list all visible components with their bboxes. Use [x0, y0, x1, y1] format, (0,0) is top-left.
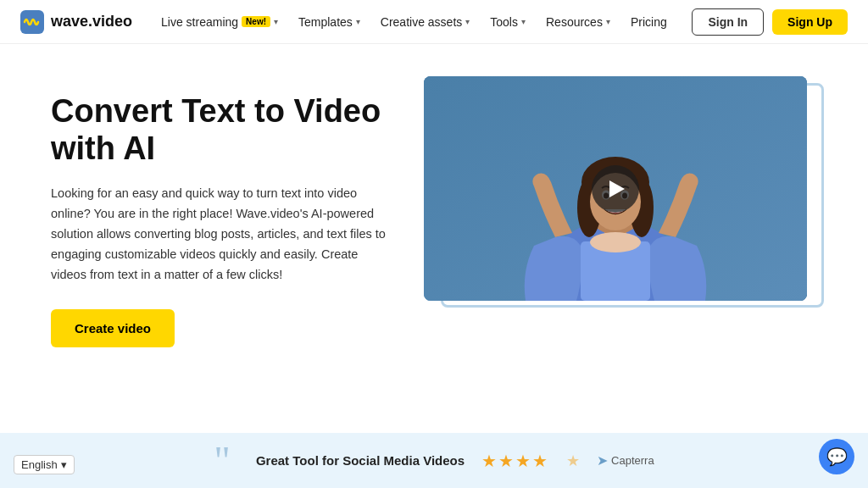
hero-text-block: Convert Text to Video with AI Looking fo…: [51, 85, 390, 347]
logo-icon: [20, 10, 44, 34]
chevron-icon: ▾: [606, 17, 610, 26]
video-preview-area: [424, 76, 817, 301]
star-rating: ★★★★: [481, 451, 549, 471]
chevron-icon: ▾: [356, 17, 360, 26]
capterra-icon: ➤: [597, 452, 608, 469]
chevron-icon: ▾: [465, 17, 470, 26]
play-button[interactable]: [592, 165, 639, 213]
language-label: English: [21, 458, 58, 471]
nav-label-tools: Tools: [490, 15, 518, 29]
chevron-icon: ▾: [521, 17, 526, 26]
logo-text: wave.video: [51, 13, 132, 30]
capterra-label: Capterra: [611, 454, 654, 467]
half-star-icon: ★: [566, 452, 580, 470]
nav-item-templates[interactable]: Templates ▾: [290, 10, 369, 34]
quote-mark-icon: ": [214, 441, 231, 481]
nav-label-templates: Templates: [298, 15, 353, 29]
chat-support-button[interactable]: 💬: [819, 439, 854, 474]
chat-icon: 💬: [826, 446, 848, 467]
nav-item-tools[interactable]: Tools ▾: [481, 10, 534, 34]
hero-description: Looking for an easy and quick way to tur…: [51, 184, 390, 286]
sign-up-button[interactable]: Sign Up: [772, 9, 848, 35]
nav-label-live-streaming: Live streaming: [161, 15, 238, 29]
header-auth-buttons: Sign In Sign Up: [692, 8, 848, 36]
create-video-button[interactable]: Create video: [51, 309, 175, 347]
chevron-down-icon: ▾: [61, 458, 67, 471]
nav-item-creative-assets[interactable]: Creative assets ▾: [372, 10, 478, 34]
main-nav: Live streaming New! ▾ Templates ▾ Creati…: [153, 10, 692, 34]
hero-title: Convert Text to Video with AI: [51, 93, 390, 167]
sign-in-button[interactable]: Sign In: [692, 8, 764, 36]
play-icon: [609, 180, 625, 197]
testimonial-heading: Great Tool for Social Media Videos: [256, 453, 465, 468]
svg-point-14: [590, 232, 641, 252]
capterra-logo: ➤ Capterra: [597, 452, 654, 469]
nav-item-live-streaming[interactable]: Live streaming New! ▾: [153, 10, 287, 34]
language-selector[interactable]: English ▾: [14, 455, 75, 474]
nav-item-pricing[interactable]: Pricing: [622, 10, 676, 34]
header: wave.video Live streaming New! ▾ Templat…: [0, 0, 868, 44]
chevron-icon: ▾: [274, 17, 278, 26]
nav-item-resources[interactable]: Resources ▾: [537, 10, 619, 34]
nav-label-pricing: Pricing: [631, 15, 667, 29]
nav-label-resources: Resources: [546, 15, 603, 29]
new-badge: New!: [242, 16, 270, 27]
nav-label-creative-assets: Creative assets: [381, 15, 462, 29]
video-thumbnail[interactable]: [424, 76, 807, 301]
testimonial-strip: " Great Tool for Social Media Videos ★★★…: [0, 433, 868, 488]
logo[interactable]: wave.video: [20, 10, 132, 34]
hero-section: Convert Text to Video with AI Looking fo…: [0, 44, 868, 347]
